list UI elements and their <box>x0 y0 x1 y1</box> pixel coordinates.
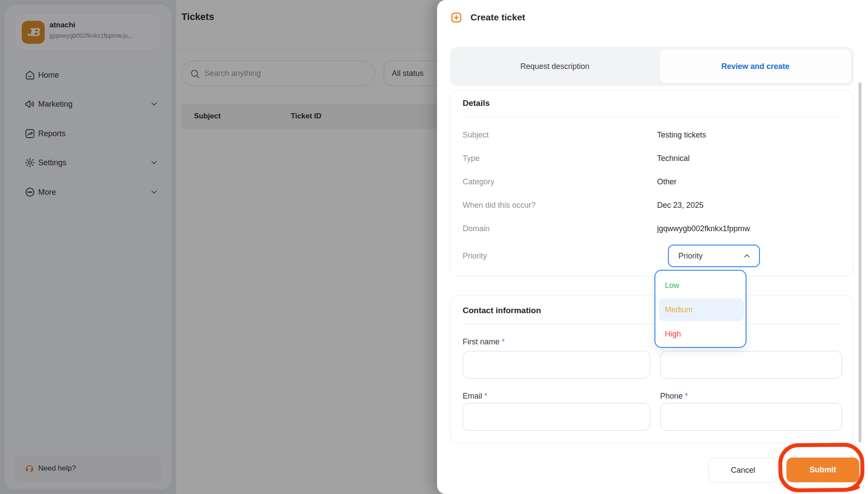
detail-label: When did this occur? <box>463 201 657 210</box>
create-ticket-modal: Create ticket Request description Review… <box>437 0 868 494</box>
app-window: JB atnachi jgqwwygb002fknkx1fppmw.ju... … <box>0 0 868 494</box>
required-asterisk: * <box>685 392 688 400</box>
last-name-input[interactable] <box>660 351 842 379</box>
detail-label: Domain <box>463 224 657 233</box>
divider <box>463 324 841 324</box>
contact-heading: Contact information <box>463 306 541 315</box>
priority-button-text: Priority <box>678 252 703 261</box>
detail-value: Testing tickets <box>657 131 706 140</box>
submit-button[interactable]: Submit <box>786 458 859 482</box>
detail-row-category: Category Other <box>463 170 841 193</box>
modal-scrollbar[interactable] <box>858 82 861 442</box>
priority-option-low[interactable]: Low <box>659 274 744 297</box>
priority-dropdown-menu: Low Medium High <box>654 270 746 348</box>
chevron-up-icon <box>743 252 751 260</box>
divider <box>463 117 841 117</box>
detail-row-domain: Domain jgqwwygb002fknkx1fppmw <box>463 217 841 240</box>
priority-label: Priority <box>463 252 657 261</box>
priority-option-label: Medium <box>665 305 693 314</box>
field-label-text: Email <box>463 392 482 400</box>
priority-option-medium[interactable]: Medium <box>659 298 744 321</box>
tab-review-and-create[interactable]: Review and create <box>660 49 851 83</box>
email-input[interactable] <box>463 403 650 431</box>
detail-value: Technical <box>657 154 690 163</box>
phone-label: Phone* <box>660 392 688 401</box>
field-label-text: Phone <box>660 392 683 400</box>
priority-dropdown-button[interactable]: Priority <box>668 245 760 267</box>
detail-row-occurred: When did this occur? Dec 23, 2025 <box>463 193 841 217</box>
contact-information-card: Contact information First name* Email* P… <box>450 295 854 443</box>
detail-row-type: Type Technical <box>463 147 841 170</box>
detail-value: jgqwwygb002fknkx1fppmw <box>657 224 750 233</box>
modal-tabs: Request description Review and create <box>450 47 854 86</box>
field-label-text: First name <box>463 337 500 346</box>
detail-label: Type <box>463 154 657 163</box>
plus-square-icon <box>450 11 463 24</box>
priority-option-high[interactable]: High <box>659 323 744 345</box>
phone-input[interactable] <box>660 403 842 431</box>
detail-row-subject: Subject Testing tickets <box>463 123 841 147</box>
required-asterisk: * <box>502 337 505 346</box>
detail-row-priority: Priority Priority <box>463 243 841 269</box>
modal-header: Create ticket <box>450 10 525 25</box>
email-label: Email* <box>463 392 487 401</box>
modal-title: Create ticket <box>470 12 525 23</box>
cancel-button[interactable]: Cancel <box>708 458 778 483</box>
detail-label: Category <box>463 177 657 186</box>
details-card: Details Subject Testing tickets Type Tec… <box>450 90 854 276</box>
detail-value: Dec 23, 2025 <box>657 201 704 210</box>
priority-option-label: Low <box>665 281 679 290</box>
tab-request-description[interactable]: Request description <box>450 47 660 86</box>
details-heading: Details <box>463 98 490 108</box>
detail-label: Subject <box>463 131 657 140</box>
priority-option-label: High <box>665 330 681 339</box>
first-name-label: First name* <box>463 337 505 347</box>
required-asterisk: * <box>484 392 487 400</box>
detail-value: Other <box>657 177 677 186</box>
first-name-input[interactable] <box>463 351 650 379</box>
